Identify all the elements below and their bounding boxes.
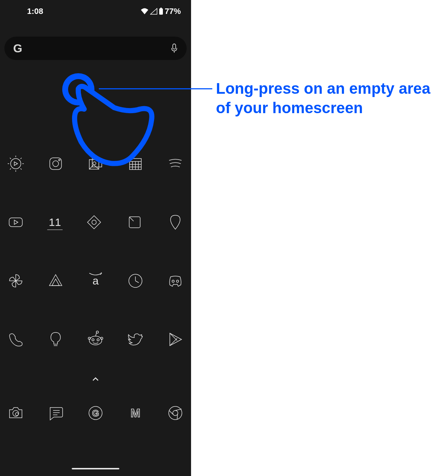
app-row-1 [7, 155, 184, 173]
messages-icon[interactable] [46, 404, 65, 422]
svg-point-28 [173, 410, 178, 416]
svg-rect-0 [159, 8, 163, 15]
svg-point-18 [92, 339, 94, 341]
gallery-icon[interactable] [86, 155, 105, 173]
app-row-3: a [7, 272, 184, 290]
svg-point-9 [93, 162, 96, 165]
battery-icon [159, 8, 163, 15]
svg-point-16 [176, 280, 179, 282]
callout-line [99, 88, 212, 89]
calendar-icon[interactable] [126, 155, 145, 173]
phone-homescreen[interactable]: 1:08 77% G 11 [0, 0, 191, 476]
app-row-2: 11 [7, 213, 184, 231]
location-icon[interactable] [166, 213, 184, 231]
svg-point-6 [59, 159, 60, 161]
svg-rect-2 [173, 44, 176, 49]
diamond-icon[interactable] [85, 213, 103, 231]
annotation-text: Long-press on an empty area of your home… [216, 79, 436, 118]
google-icon[interactable]: G [86, 404, 105, 422]
amazon-icon[interactable]: a [86, 272, 105, 290]
dock-row: G M [7, 404, 184, 422]
phone-icon[interactable] [7, 330, 25, 349]
svg-point-27 [169, 406, 182, 420]
play-store-icon[interactable] [166, 330, 184, 349]
reddit-icon[interactable] [86, 330, 105, 349]
drive-icon[interactable] [46, 272, 65, 290]
svg-rect-1 [160, 8, 162, 8]
svg-point-3 [11, 159, 21, 169]
eleven-label: 11 [49, 216, 61, 228]
youtube-icon[interactable] [7, 213, 25, 231]
svg-point-24 [15, 413, 18, 416]
search-bar[interactable]: G [4, 37, 187, 60]
battery-percent: 77% [165, 7, 181, 16]
gmail-label: M [131, 406, 141, 420]
drawer-chevron-icon[interactable] [7, 375, 184, 383]
status-indicators: 77% [141, 7, 181, 16]
svg-point-15 [172, 280, 174, 282]
status-bar: 1:08 77% [0, 0, 191, 23]
spotify-icon[interactable] [166, 155, 184, 173]
photos-icon[interactable] [7, 272, 25, 290]
svg-point-22 [96, 331, 98, 333]
status-time: 1:08 [27, 7, 43, 16]
clock-icon[interactable] [126, 272, 145, 290]
gmail-icon[interactable]: M [126, 404, 145, 422]
youtube-studio-icon[interactable] [7, 155, 25, 173]
google-logo-icon: G [13, 42, 22, 55]
nav-gesture-bar[interactable] [72, 468, 119, 469]
svg-text:G: G [92, 408, 99, 418]
mic-icon[interactable] [171, 43, 178, 53]
camera-icon[interactable] [7, 404, 25, 422]
discord-icon[interactable] [166, 272, 184, 290]
svg-rect-11 [9, 218, 22, 227]
chrome-icon[interactable] [166, 404, 184, 422]
instagram-icon[interactable] [46, 155, 65, 173]
svg-point-19 [97, 339, 99, 341]
eleven-icon[interactable]: 11 [47, 215, 63, 230]
twitter-icon[interactable] [126, 330, 145, 349]
keep-icon[interactable] [46, 330, 65, 349]
file-icon[interactable] [126, 213, 144, 231]
app-grid: 11 a G M [0, 60, 191, 422]
svg-point-5 [53, 161, 59, 167]
signal-icon [150, 8, 157, 15]
wifi-icon [141, 8, 149, 15]
svg-point-12 [92, 220, 96, 224]
app-row-4 [7, 330, 184, 349]
